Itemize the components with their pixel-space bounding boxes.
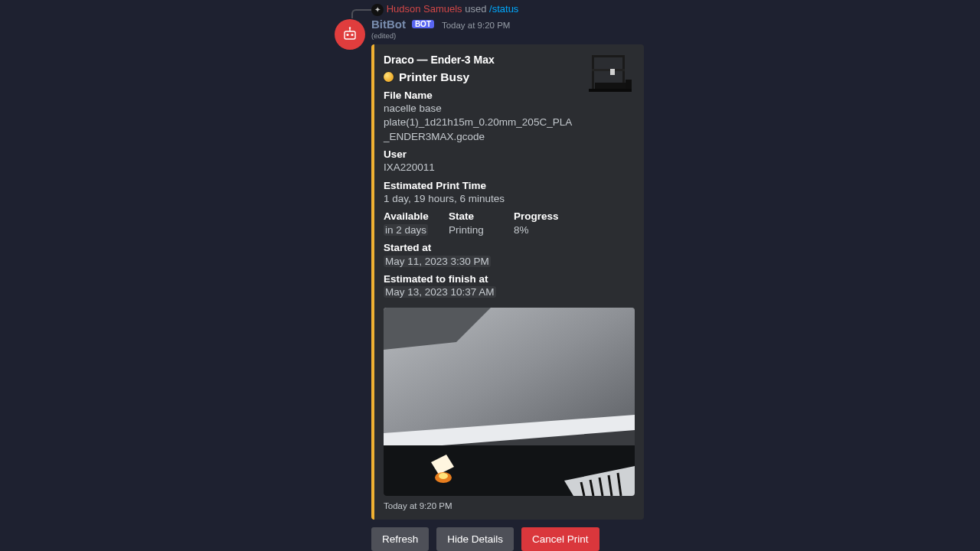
embed-thumbnail[interactable]: [586, 52, 635, 95]
field-eta: Estimated Print Time 1 day, 19 hours, 6 …: [384, 179, 633, 207]
cancel-print-button[interactable]: Cancel Print: [521, 527, 599, 551]
command-slash[interactable]: /status: [489, 3, 518, 15]
svg-rect-13: [626, 80, 632, 89]
field-started-value: May 11, 2023 3:30 PM: [384, 255, 577, 269]
command-used-line: ✦ Hudson Samuels used /status: [335, 3, 648, 16]
field-state-value: Printing: [449, 223, 514, 237]
embed-card: Draco — Ender-3 Max Printer Busy File Na…: [371, 44, 644, 520]
svg-rect-11: [610, 69, 615, 75]
field-eta-value: 1 day, 19 hours, 6 minutes: [384, 192, 577, 206]
command-user-name[interactable]: Hudson Samuels: [387, 3, 462, 15]
bot-name[interactable]: BitBot: [371, 18, 406, 31]
field-user-label: User: [384, 148, 633, 161]
field-available-value: in 2 days: [384, 223, 449, 237]
field-finish: Estimated to finish at May 13, 2023 10:3…: [384, 272, 633, 300]
status-text: Printer Busy: [399, 70, 469, 84]
field-started: Started at May 11, 2023 3:30 PM: [384, 241, 633, 269]
status-dot-icon: [384, 72, 394, 82]
svg-point-2: [346, 33, 348, 35]
embed-footer: Today at 9:20 PM: [384, 501, 633, 510]
svg-point-27: [439, 473, 448, 479]
field-user-value: IXA220011: [384, 161, 577, 174]
svg-rect-6: [589, 89, 632, 92]
field-state: State Printing: [449, 210, 514, 237]
field-eta-label: Estimated Print Time: [384, 179, 633, 193]
embed-camera-image[interactable]: [384, 308, 635, 496]
message-container: ✦ Hudson Samuels used /status BitBot BOT…: [335, 0, 648, 551]
field-available-label: Available: [384, 210, 449, 223]
command-used-text: used: [465, 3, 486, 15]
edited-indicator: (edited): [371, 31, 648, 40]
field-progress: Progress 8%: [514, 210, 579, 237]
refresh-button[interactable]: Refresh: [371, 527, 429, 551]
button-row: Refresh Hide Details Cancel Print: [371, 527, 648, 551]
field-filename-value: nacelle base plate(1)_1d21h15m_0.20mm_20…: [384, 102, 577, 144]
bot-avatar[interactable]: [335, 19, 365, 50]
svg-rect-7: [592, 55, 594, 89]
field-user: User IXA220011: [384, 148, 633, 175]
svg-rect-10: [592, 69, 625, 71]
field-available: Available in 2 days: [384, 210, 449, 237]
field-progress-label: Progress: [514, 210, 579, 223]
svg-point-5: [349, 27, 351, 28]
field-filename: File Name nacelle base plate(1)_1d21h15m…: [384, 89, 633, 144]
inline-fields-row: Available in 2 days State Printing Progr…: [384, 210, 633, 237]
svg-point-3: [351, 33, 353, 35]
svg-rect-12: [595, 83, 626, 89]
message-header: BitBot BOT Today at 9:20 PM (edited): [335, 18, 648, 40]
field-finish-value: May 13, 2023 10:37 AM: [384, 285, 577, 299]
field-started-label: Started at: [384, 241, 633, 255]
robot-icon: [340, 24, 360, 44]
hide-details-button[interactable]: Hide Details: [436, 527, 514, 551]
field-finish-label: Estimated to finish at: [384, 272, 633, 286]
command-user-avatar[interactable]: ✦: [371, 4, 384, 16]
svg-rect-9: [592, 55, 625, 57]
message-timestamp: Today at 9:20 PM: [442, 21, 511, 30]
field-state-label: State: [449, 210, 514, 223]
field-progress-value: 8%: [514, 223, 579, 237]
camera-feed-icon: [384, 308, 635, 496]
bot-tag: BOT: [412, 20, 434, 28]
printer-icon: [586, 52, 635, 95]
